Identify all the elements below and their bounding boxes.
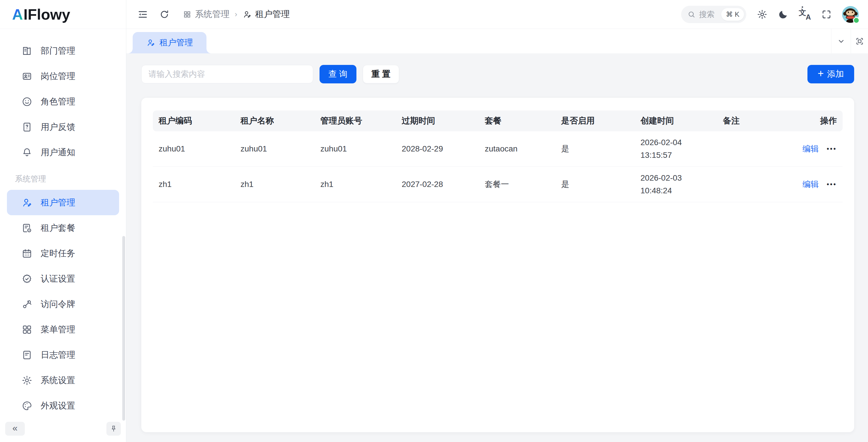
sidebar-collapse-button[interactable]: « [5,422,25,436]
position-icon [21,71,33,82]
sidebar-item-log-management[interactable]: 日志管理 [7,342,119,367]
feedback-icon [21,121,33,133]
role-icon [21,96,33,107]
tab-tenant-management[interactable]: 租户管理 [133,32,207,53]
breadcrumb-parent-label: 系统管理 [195,8,229,20]
fullscreen-button[interactable] [821,9,832,20]
add-tenant-button[interactable]: + 添加 [807,65,854,83]
menu-icon [21,324,33,335]
user-edit-icon [243,10,252,19]
breadcrumb-parent[interactable]: 系统管理 [183,8,229,20]
column-header-created-time: 创建时间 [635,115,717,127]
appearance-icon [21,400,33,411]
top-bar: 系统管理 › 租户管理 [126,0,868,29]
sidebar-scrollbar-thumb[interactable] [122,236,125,421]
edit-link[interactable]: 编辑 [803,143,819,154]
breadcrumb-current-label: 租户管理 [255,8,290,20]
cell-admin-account: zuhu01 [315,144,396,153]
sidebar-item-auth-settings[interactable]: 认证设置 [7,266,119,291]
sidebar-item-tenant-management[interactable]: 租户管理 [7,190,119,215]
chevron-down-icon [837,37,845,46]
sidebar-item-label: 菜单管理 [41,324,75,335]
maximize-icon [855,37,864,46]
pushpin-icon [110,425,118,433]
refresh-button[interactable] [159,9,169,20]
cell-tenant-code: zh1 [153,180,235,189]
column-header-tenant-code: 租户编码 [153,115,235,127]
cron-icon [21,248,33,259]
user-avatar[interactable] [842,6,859,23]
sidebar-item-label: 认证设置 [41,273,75,285]
search-shortcut-badge: ⌘ K [721,8,744,21]
cell-actions: 编辑 ••• [786,179,843,190]
sidebar-item-feedback[interactable]: 用户反馈 [7,114,119,140]
global-search-button[interactable]: 搜索 ⌘ K [681,6,746,23]
plus-icon: + [817,68,824,80]
sidebar-item-appearance-settings[interactable]: 外观设置 [7,393,119,418]
breadcrumb-current[interactable]: 租户管理 [243,8,290,20]
sidebar-item-department[interactable]: 部门管理 [7,38,119,63]
cell-tenant-name: zh1 [235,180,315,189]
cell-created-time: 2026-02-03 10:48:24 [635,172,717,197]
user-edit-icon [146,38,155,47]
sidebar-item-access-token[interactable]: 访问令牌 [7,291,119,317]
cell-expire-time: 2027-02-28 [396,180,479,189]
settings-button[interactable] [757,9,768,20]
tab-list-dropdown-button[interactable] [831,29,851,53]
sidebar-item-label: 岗位管理 [41,70,75,82]
more-actions-icon[interactable]: ••• [827,146,837,152]
collapse-menu-icon [137,9,148,20]
sidebar-item-tenant-package[interactable]: 租户套餐 [7,215,119,241]
sidebar-pin-button[interactable] [106,422,121,436]
maximize-view-button[interactable] [851,29,868,53]
cell-enabled: 是 [555,179,635,190]
column-header-enabled: 是否启用 [555,115,635,127]
sidebar-item-label: 外观设置 [41,400,75,412]
sidebar-toggle-button[interactable] [137,9,148,20]
cell-expire-time: 2028-02-29 [396,144,479,153]
column-header-remark: 备注 [717,115,786,127]
online-status-dot [853,17,860,24]
table-search-input[interactable] [141,65,313,83]
sidebar-item-position[interactable]: 岗位管理 [7,63,119,89]
sidebar-item-cron-tasks[interactable]: 定时任务 [7,241,119,266]
sidebar-item-label: 日志管理 [41,349,75,361]
tab-bar: 租户管理 [126,29,868,53]
sidebar-item-system-settings[interactable]: 系统设置 [7,367,119,393]
edit-link[interactable]: 编辑 [803,179,819,190]
search-icon [687,10,695,19]
sidebar-item-label: 角色管理 [41,96,75,108]
notification-icon [21,147,33,158]
log-icon [21,349,33,361]
language-switch-button[interactable]: 文 A [799,9,811,20]
sidebar-item-label: 系统设置 [41,375,75,386]
sidebar-item-notification[interactable]: 用户通知 [7,140,119,165]
topbar-left: 系统管理 › 租户管理 [137,8,290,20]
breadcrumb-separator: › [234,10,239,19]
global-search-placeholder: 搜索 [699,9,718,20]
sidebar-item-label: 用户反馈 [41,121,75,133]
main-area: 系统管理 › 租户管理 [126,0,868,442]
breadcrumb: 系统管理 › 租户管理 [183,8,290,20]
sidebar-item-menu-management[interactable]: 菜单管理 [7,317,119,342]
department-icon [21,45,33,57]
tab-label: 租户管理 [159,37,193,49]
grid-icon [183,10,191,19]
dark-mode-toggle[interactable] [778,9,788,20]
filter-toolbar: 查 询 重 置 + 添加 [141,65,854,83]
cell-tenant-name: zuhu01 [235,144,315,153]
table-header-row: 租户编码 租户名称 管理员账号 过期时间 套餐 是否启用 创建时间 备注 操作 [153,111,843,131]
tabbar-spacer [207,29,831,53]
auth-settings-icon [21,273,33,285]
cell-created-time: 2026-02-04 13:15:57 [635,136,717,161]
column-header-expire-time: 过期时间 [396,115,479,127]
more-actions-icon[interactable]: ••• [827,181,837,187]
logo-text: AIFlowy [12,6,70,23]
translate-icon: 文 A [799,9,811,20]
table-row: zh1 zh1 zh1 2027-02-28 套餐一 是 2026-02-03 … [153,167,843,202]
app-logo: AIFlowy [0,0,126,29]
sidebar-item-role[interactable]: 角色管理 [7,89,119,114]
reset-button[interactable]: 重 置 [363,65,399,83]
query-button[interactable]: 查 询 [319,65,356,83]
refresh-icon [159,9,169,20]
